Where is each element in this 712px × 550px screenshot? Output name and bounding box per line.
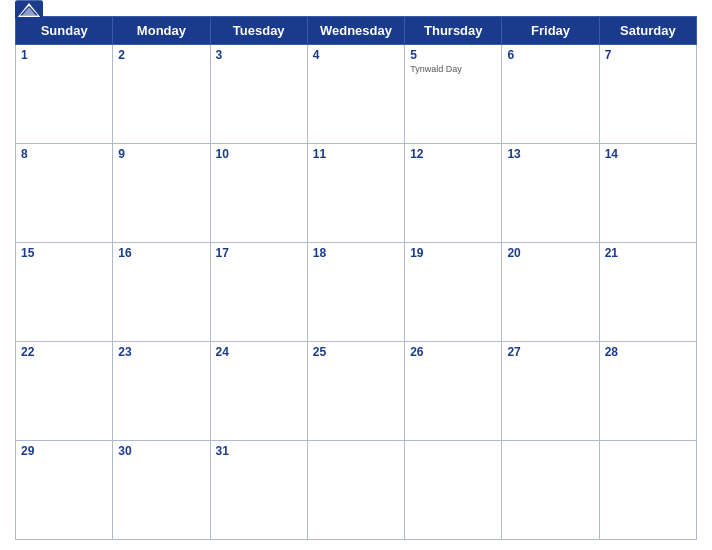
calendar-day-cell: 15 xyxy=(16,243,113,342)
calendar-day-cell: 11 xyxy=(307,144,404,243)
calendar-day-cell: 26 xyxy=(405,342,502,441)
day-number: 28 xyxy=(605,345,691,359)
calendar-day-cell: 2 xyxy=(113,45,210,144)
day-number: 11 xyxy=(313,147,399,161)
day-number: 22 xyxy=(21,345,107,359)
calendar-day-cell: 27 xyxy=(502,342,599,441)
calendar-day-cell: 9 xyxy=(113,144,210,243)
calendar-day-cell: 13 xyxy=(502,144,599,243)
calendar-day-cell xyxy=(405,441,502,540)
calendar-day-cell: 6 xyxy=(502,45,599,144)
calendar-week-row: 15161718192021 xyxy=(16,243,697,342)
calendar-day-cell: 21 xyxy=(599,243,696,342)
day-number: 26 xyxy=(410,345,496,359)
day-number: 10 xyxy=(216,147,302,161)
day-number: 23 xyxy=(118,345,204,359)
day-number: 25 xyxy=(313,345,399,359)
col-header-sunday: Sunday xyxy=(16,17,113,45)
day-number: 9 xyxy=(118,147,204,161)
calendar-day-cell xyxy=(502,441,599,540)
day-number: 5 xyxy=(410,48,496,62)
calendar-day-cell: 30 xyxy=(113,441,210,540)
day-number: 27 xyxy=(507,345,593,359)
day-number: 24 xyxy=(216,345,302,359)
calendar-table: SundayMondayTuesdayWednesdayThursdayFrid… xyxy=(15,16,697,540)
event-label: Tynwald Day xyxy=(410,64,496,74)
day-number: 2 xyxy=(118,48,204,62)
day-number: 15 xyxy=(21,246,107,260)
calendar-day-cell: 31 xyxy=(210,441,307,540)
calendar-header-row: SundayMondayTuesdayWednesdayThursdayFrid… xyxy=(16,17,697,45)
day-number: 20 xyxy=(507,246,593,260)
calendar-week-row: 22232425262728 xyxy=(16,342,697,441)
calendar-day-cell: 8 xyxy=(16,144,113,243)
calendar-day-cell: 19 xyxy=(405,243,502,342)
col-header-tuesday: Tuesday xyxy=(210,17,307,45)
day-number: 13 xyxy=(507,147,593,161)
calendar-week-row: 891011121314 xyxy=(16,144,697,243)
calendar-day-cell: 4 xyxy=(307,45,404,144)
calendar-day-cell: 7 xyxy=(599,45,696,144)
day-number: 18 xyxy=(313,246,399,260)
col-header-saturday: Saturday xyxy=(599,17,696,45)
col-header-friday: Friday xyxy=(502,17,599,45)
calendar-day-cell: 1 xyxy=(16,45,113,144)
calendar-day-cell: 23 xyxy=(113,342,210,441)
calendar-week-row: 293031 xyxy=(16,441,697,540)
calendar-day-cell: 28 xyxy=(599,342,696,441)
calendar-day-cell xyxy=(599,441,696,540)
day-number: 14 xyxy=(605,147,691,161)
calendar-day-cell: 20 xyxy=(502,243,599,342)
calendar-day-cell: 14 xyxy=(599,144,696,243)
day-number: 16 xyxy=(118,246,204,260)
col-header-wednesday: Wednesday xyxy=(307,17,404,45)
calendar-day-cell: 10 xyxy=(210,144,307,243)
day-number: 31 xyxy=(216,444,302,458)
calendar-day-cell: 18 xyxy=(307,243,404,342)
day-number: 8 xyxy=(21,147,107,161)
calendar-day-cell: 12 xyxy=(405,144,502,243)
calendar-day-cell xyxy=(307,441,404,540)
col-header-monday: Monday xyxy=(113,17,210,45)
day-number: 19 xyxy=(410,246,496,260)
day-number: 30 xyxy=(118,444,204,458)
calendar-day-cell: 3 xyxy=(210,45,307,144)
calendar-day-cell: 22 xyxy=(16,342,113,441)
calendar-day-cell: 5Tynwald Day xyxy=(405,45,502,144)
day-number: 12 xyxy=(410,147,496,161)
calendar-day-cell: 29 xyxy=(16,441,113,540)
day-number: 3 xyxy=(216,48,302,62)
calendar-day-cell: 16 xyxy=(113,243,210,342)
day-number: 6 xyxy=(507,48,593,62)
col-header-thursday: Thursday xyxy=(405,17,502,45)
day-number: 21 xyxy=(605,246,691,260)
day-number: 1 xyxy=(21,48,107,62)
day-number: 29 xyxy=(21,444,107,458)
calendar-day-cell: 24 xyxy=(210,342,307,441)
calendar-day-cell: 25 xyxy=(307,342,404,441)
day-number: 17 xyxy=(216,246,302,260)
day-number: 7 xyxy=(605,48,691,62)
calendar-day-cell: 17 xyxy=(210,243,307,342)
calendar-week-row: 12345Tynwald Day67 xyxy=(16,45,697,144)
day-number: 4 xyxy=(313,48,399,62)
generalblue-logo xyxy=(15,0,43,20)
